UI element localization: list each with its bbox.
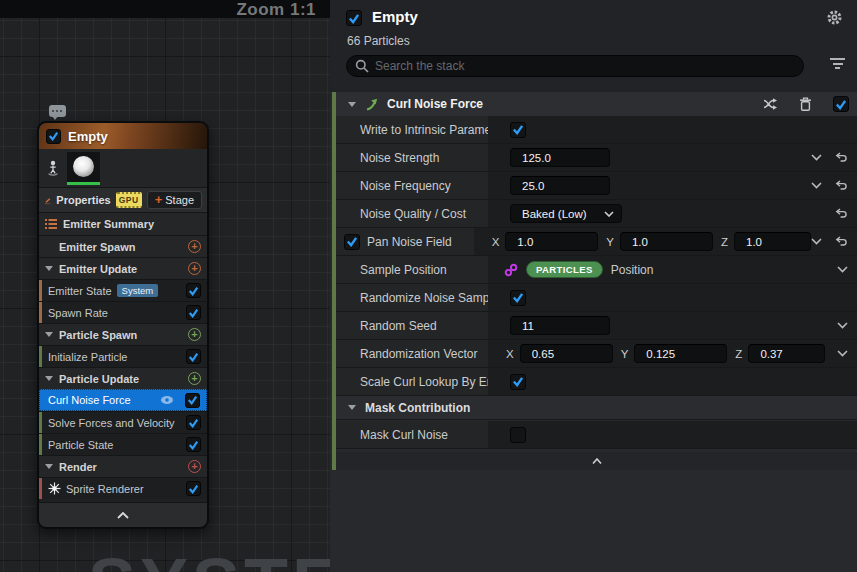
module-enabled-checkbox[interactable]	[186, 349, 201, 364]
group-label: Emitter Update	[59, 263, 137, 275]
row-pan-noise-field: Pan Noise Field X Y Z	[336, 228, 857, 256]
stack-item-initialize-particle[interactable]: Initialize Particle	[39, 345, 207, 367]
module-header-curl-noise-force[interactable]: Curl Noise Force	[336, 92, 857, 116]
module-enabled-checkbox[interactable]	[186, 415, 201, 430]
pan-noise-y-input[interactable]	[620, 232, 713, 251]
stack-item-particle-state[interactable]: Particle State	[39, 433, 207, 455]
row-noise-quality: Noise Quality / Cost Baked (Low)	[336, 200, 857, 228]
comment-bubble-icon[interactable]	[49, 105, 66, 117]
visibility-eye-icon[interactable]	[160, 395, 174, 405]
chevron-down-icon[interactable]	[45, 332, 53, 337]
chevron-down-icon[interactable]	[45, 266, 53, 271]
emitter-enabled-checkbox[interactable]	[46, 129, 61, 144]
emitter-summary-row[interactable]: Emitter Summary	[39, 212, 207, 235]
module-enabled-checkbox[interactable]	[186, 481, 201, 496]
module-parameter-rows: Write to Intrinsic Paramet Noise Strengt…	[336, 116, 857, 396]
stack-item-emitter-state[interactable]: Emitter State System	[39, 279, 207, 301]
emitter-enabled-checkbox[interactable]	[346, 10, 362, 26]
search-icon	[355, 59, 369, 73]
thumbnail-status-bar	[67, 182, 100, 185]
particles-namespace-pill[interactable]: PARTICLES	[526, 261, 603, 278]
linked-attribute-name[interactable]: Position	[611, 263, 654, 277]
module-enabled-checkbox[interactable]	[186, 283, 201, 298]
node-collapse-button[interactable]	[39, 502, 207, 527]
reset-to-default-icon[interactable]	[835, 236, 848, 247]
emitter-node-header[interactable]: Empty	[39, 123, 207, 149]
randomize-noise-checkbox[interactable]	[510, 290, 526, 306]
pan-noise-field-checkbox[interactable]	[344, 234, 360, 250]
randomization-x-input[interactable]	[520, 344, 613, 363]
pan-noise-x-input[interactable]	[505, 232, 598, 251]
axis-z-label: Z	[735, 348, 742, 360]
stack-search-bar[interactable]	[346, 55, 804, 77]
reset-to-default-icon[interactable]	[835, 208, 848, 219]
stack-group-emitter-update[interactable]: Emitter Update	[39, 257, 207, 279]
mask-curl-noise-checkbox[interactable]	[510, 427, 526, 443]
chevron-down-icon[interactable]	[45, 464, 53, 469]
add-renderer-icon[interactable]	[188, 460, 201, 473]
param-label: Scale Curl Lookup By Eng	[336, 368, 488, 396]
chevron-down-icon[interactable]	[348, 102, 356, 107]
emitter-preview-thumbnail[interactable]	[67, 152, 100, 185]
chevron-down-icon[interactable]	[837, 350, 848, 357]
mask-contribution-label: Mask Contribution	[365, 401, 470, 415]
scale-curl-checkbox[interactable]	[510, 374, 526, 390]
module-enabled-checkbox[interactable]	[186, 437, 201, 452]
module-enabled-checkbox[interactable]	[186, 305, 201, 320]
module-arrow-icon	[365, 98, 378, 111]
chevron-down-icon[interactable]	[348, 405, 356, 410]
chevron-down-icon[interactable]	[837, 266, 848, 273]
param-label: Sample Position	[336, 256, 488, 284]
param-label: Write to Intrinsic Paramet	[336, 116, 488, 144]
trash-icon[interactable]	[799, 97, 812, 111]
module-enabled-checkbox[interactable]	[185, 393, 200, 408]
chevron-down-icon[interactable]	[45, 376, 53, 381]
add-module-icon[interactable]	[188, 372, 201, 385]
mask-contribution-header[interactable]: Mask Contribution	[336, 396, 857, 420]
chevron-down-icon[interactable]	[811, 154, 822, 161]
filter-icon[interactable]	[830, 58, 846, 72]
linked-attribute-icon[interactable]	[504, 263, 518, 277]
stack-item-solve-forces[interactable]: Solve Forces and Velocity	[39, 411, 207, 433]
chevron-down-icon[interactable]	[811, 238, 822, 245]
add-module-icon[interactable]	[188, 328, 201, 341]
properties-pen-icon	[44, 194, 51, 207]
selection-panel: Empty 66 Particles Curl Noise Force	[330, 0, 857, 572]
stack-item-sprite-renderer[interactable]: Sprite Renderer	[39, 477, 207, 499]
stack-group-emitter-spawn[interactable]: Emitter Spawn	[39, 235, 207, 257]
pan-noise-z-input[interactable]	[734, 232, 811, 251]
stack-group-particle-update[interactable]: Particle Update	[39, 367, 207, 389]
reset-to-default-icon[interactable]	[835, 152, 848, 163]
stack-collapse-button[interactable]	[336, 452, 857, 470]
add-module-icon[interactable]	[188, 240, 201, 253]
noise-frequency-input[interactable]	[510, 176, 610, 195]
noise-quality-dropdown[interactable]: Baked (Low)	[510, 204, 622, 223]
system-badge: System	[117, 284, 159, 297]
system-overview-graph[interactable]: Zoom 1:1 SYSTEM Empty	[0, 0, 330, 572]
reset-to-default-icon[interactable]	[835, 180, 848, 191]
chevron-down-icon[interactable]	[837, 322, 848, 329]
chevron-down-icon[interactable]	[811, 182, 822, 189]
chevron-down-icon	[604, 211, 614, 217]
random-seed-input[interactable]	[510, 316, 610, 335]
search-input[interactable]	[375, 59, 795, 73]
add-module-icon[interactable]	[188, 262, 201, 275]
sprite-star-icon	[48, 482, 61, 495]
stack-group-render[interactable]: Render	[39, 455, 207, 477]
param-label: Noise Strength	[336, 144, 488, 172]
stack-group-particle-spawn[interactable]: Particle Spawn	[39, 323, 207, 345]
stack-item-curl-noise-force[interactable]: Curl Noise Force	[39, 389, 207, 411]
noise-strength-input[interactable]	[510, 148, 610, 167]
stack-item-spawn-rate[interactable]: Spawn Rate	[39, 301, 207, 323]
gear-icon[interactable]	[826, 9, 843, 29]
randomization-z-input[interactable]	[748, 344, 825, 363]
emitter-node[interactable]: Empty Properties	[37, 121, 209, 529]
param-label: Random Seed	[336, 312, 488, 340]
emitter-properties-row[interactable]: Properties GPU + Stage	[39, 187, 207, 212]
write-intrinsic-checkbox[interactable]	[510, 122, 526, 138]
randomize-shuffle-icon[interactable]	[763, 98, 778, 110]
randomization-y-input[interactable]	[634, 344, 727, 363]
module-enabled-checkbox[interactable]	[833, 96, 849, 112]
gpu-badge: GPU	[116, 192, 142, 208]
add-stage-button[interactable]: + Stage	[147, 191, 202, 209]
